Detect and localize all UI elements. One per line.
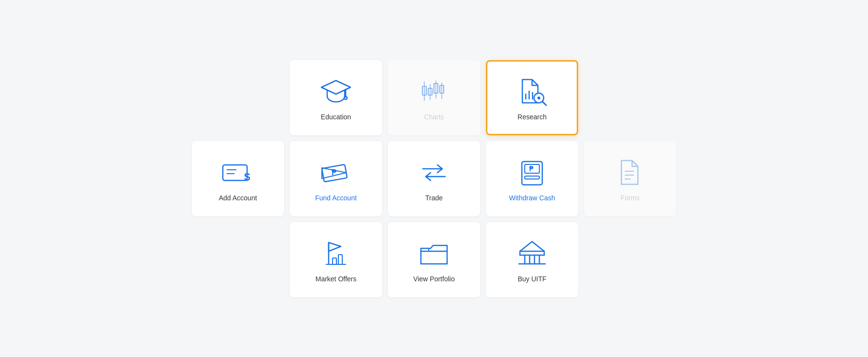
tile-market-offers[interactable]: Market Offers [290,222,382,297]
svg-rect-27 [525,176,539,179]
fund-account-icon: ₱ [319,155,353,189]
svg-text:$: $ [244,171,250,183]
trade-icon [417,155,451,189]
svg-rect-17 [223,165,247,180]
research-icon [515,74,549,108]
buy-uitf-label: Buy UITF [517,275,546,283]
add-account-icon: $ [221,155,255,189]
svg-text:₱: ₱ [332,168,336,177]
charts-icon [417,74,451,108]
tile-view-portfolio[interactable]: View Portfolio [388,222,480,297]
tile-withdraw-cash[interactable]: ₱ Withdraw Cash [486,141,578,216]
fund-account-label: Fund Account [315,194,357,202]
market-offers-icon [319,236,353,270]
grid-row-2: $ Add Account ₱ Fund Account [192,141,676,216]
svg-rect-33 [333,258,336,264]
grid-row-1: Education [290,60,578,135]
tile-add-account[interactable]: $ Add Account [192,141,284,216]
svg-text:₱: ₱ [529,165,534,173]
education-label: Education [321,113,351,121]
tile-fund-account[interactable]: ₱ Fund Account [290,141,382,216]
trade-label: Trade [425,194,443,202]
tile-education[interactable]: Education [290,60,382,135]
view-portfolio-label: View Portfolio [413,275,454,283]
education-icon [319,74,353,108]
svg-line-15 [542,101,546,105]
forms-icon [613,155,647,189]
svg-rect-36 [520,251,544,255]
svg-point-16 [537,97,540,99]
tile-research[interactable]: Research [486,60,578,135]
main-grid: Education [177,46,691,312]
tile-buy-uitf[interactable]: Buy UITF [486,222,578,297]
view-portfolio-icon [417,236,451,270]
tile-charts[interactable]: Charts [388,60,480,135]
grid-row-3: Market Offers View Portfolio [290,222,578,297]
svg-rect-34 [338,255,342,264]
charts-label: Charts [424,113,444,121]
market-offers-label: Market Offers [316,275,357,283]
withdraw-cash-label: Withdraw Cash [509,194,555,202]
tile-trade[interactable]: Trade [388,141,480,216]
withdraw-cash-icon: ₱ [515,155,549,189]
tile-forms[interactable]: Forms [584,141,676,216]
buy-uitf-icon [515,236,549,270]
add-account-label: Add Account [219,194,257,202]
forms-label: Forms [620,194,640,202]
research-label: Research [517,113,547,121]
